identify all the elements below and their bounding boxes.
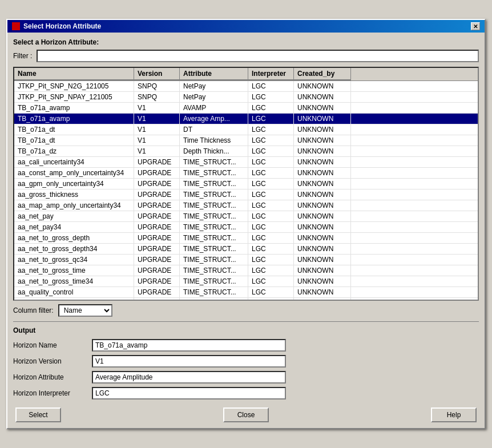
col-filter-select[interactable]: NameVersionAttributeInterpreterCreated_b… <box>58 304 112 317</box>
cell-interpreter: LGC <box>248 168 294 178</box>
cell-attribute: TIME_STRUCT... <box>180 244 248 254</box>
cell-version: UPGRADE <box>134 168 180 178</box>
cell-name: aa_scaling_only_uncertainty34 <box>14 298 134 301</box>
cell-attribute: TIME_STRUCT... <box>180 189 248 200</box>
table-row[interactable]: aa_scaling_only_uncertainty34 UPGRADE TI… <box>14 298 478 301</box>
cell-version: SNPQ <box>134 92 180 102</box>
output-field-input-2[interactable] <box>92 371 286 384</box>
table-row[interactable]: TB_o71a_dz V1 Depth Thickn... LGC UNKNOW… <box>14 146 478 157</box>
cell-attribute: TIME_STRUCT... <box>180 168 248 178</box>
cell-created: UNKNOWN <box>294 287 351 297</box>
table-scroll[interactable]: JTKP_Pit_SNP_N2G_121005 SNPQ NetPay LGC … <box>14 81 478 301</box>
cell-name: TB_o71a_avamp <box>14 103 134 113</box>
table-row[interactable]: aa_quality_control UPGRADE TIME_STRUCT..… <box>14 287 478 298</box>
table-row[interactable]: JTKP_Pit_SNP_N2G_121005 SNPQ NetPay LGC … <box>14 81 478 92</box>
cell-version: UPGRADE <box>134 211 180 221</box>
col-header-interpreter[interactable]: Interpreter <box>248 68 294 80</box>
cell-name: JTKP_Pit_SNP_N2G_121005 <box>14 81 134 91</box>
table-header: Name Version Attribute Interpreter Creat… <box>14 68 478 81</box>
cell-created: UNKNOWN <box>294 265 351 276</box>
cell-attribute: DT <box>180 124 248 135</box>
col-header-attribute[interactable]: Attribute <box>180 68 248 80</box>
cell-interpreter: LGC <box>248 179 294 189</box>
table-row[interactable]: aa_const_amp_only_uncertainty34 UPGRADE … <box>14 168 478 179</box>
col-header-name[interactable]: Name <box>14 68 134 80</box>
output-field-input-1[interactable] <box>92 355 286 368</box>
table-row[interactable]: aa_gross_thickness UPGRADE TIME_STRUCT..… <box>14 189 478 200</box>
cell-name: TB_o71a_dz <box>14 146 134 156</box>
table-row[interactable]: aa_net_to_gross_depth UPGRADE TIME_STRUC… <box>14 233 478 244</box>
cell-attribute: TIME_STRUCT... <box>180 179 248 189</box>
cell-created: UNKNOWN <box>294 244 351 254</box>
window-close-button[interactable]: ✕ <box>471 22 480 30</box>
cell-interpreter: LGC <box>248 81 294 91</box>
dialog-body: Select a Horizon Attribute: Filter : Nam… <box>7 33 485 428</box>
cell-created: UNKNOWN <box>294 189 351 200</box>
table-container: Name Version Attribute Interpreter Creat… <box>13 67 479 301</box>
output-field-input-0[interactable] <box>92 339 286 352</box>
cell-created: UNKNOWN <box>294 200 351 211</box>
separator <box>13 321 479 322</box>
cell-name: aa_net_to_gross_time34 <box>14 276 134 286</box>
cell-version: V1 <box>134 146 180 156</box>
cell-version: V1 <box>134 124 180 135</box>
table-row[interactable]: aa_net_to_gross_depth34 UPGRADE TIME_STR… <box>14 244 478 255</box>
cell-attribute: TIME_STRUCT... <box>180 265 248 276</box>
cell-interpreter: LGC <box>248 222 294 232</box>
select-button[interactable]: Select <box>15 407 61 422</box>
filter-label: Filter : <box>13 52 32 60</box>
cell-created: UNKNOWN <box>294 114 351 124</box>
output-field-row: Horizon Name <box>13 339 479 352</box>
cell-attribute: TIME_STRUCT... <box>180 222 248 232</box>
col-header-created[interactable]: Created_by <box>294 68 351 80</box>
cell-interpreter: LGC <box>248 265 294 276</box>
cell-created: UNKNOWN <box>294 222 351 232</box>
cell-name: aa_net_to_gross_time <box>14 265 134 276</box>
col-filter-label: Column filter: <box>13 306 54 314</box>
cell-attribute: TIME_STRUCT... <box>180 157 248 167</box>
table-row[interactable]: aa_net_to_gross_qc34 UPGRADE TIME_STRUCT… <box>14 255 478 265</box>
table-row[interactable]: aa_net_pay34 UPGRADE TIME_STRUCT... LGC … <box>14 222 478 233</box>
title-bar-left: Select Horizon Attribute <box>12 22 101 30</box>
cell-name: JTKP_Pit_SNP_NPAY_121005 <box>14 92 134 102</box>
cell-created: UNKNOWN <box>294 103 351 113</box>
cell-version: UPGRADE <box>134 298 180 301</box>
table-row[interactable]: aa_cali_uncertainty34 UPGRADE TIME_STRUC… <box>14 157 478 168</box>
output-field-label-1: Horizon Version <box>13 357 87 365</box>
table-row[interactable]: TB_o71a_dt V1 DT LGC UNKNOWN <box>14 124 478 135</box>
cell-attribute: Average Amp... <box>180 114 248 124</box>
cell-interpreter: LGC <box>248 135 294 146</box>
close-button[interactable]: Close <box>223 407 269 422</box>
cell-created: UNKNOWN <box>294 168 351 178</box>
cell-attribute: TIME_STRUCT... <box>180 287 248 297</box>
table-row[interactable]: TB_o71a_avamp V1 Average Amp... LGC UNKN… <box>14 114 478 124</box>
cell-interpreter: LGC <box>248 244 294 254</box>
table-row[interactable]: aa_net_to_gross_time34 UPGRADE TIME_STRU… <box>14 276 478 287</box>
help-button[interactable]: Help <box>431 407 477 422</box>
cell-created: UNKNOWN <box>294 157 351 167</box>
table-row[interactable]: aa_net_to_gross_time UPGRADE TIME_STRUCT… <box>14 265 478 276</box>
table-row[interactable]: aa_gpm_only_uncertainty34 UPGRADE TIME_S… <box>14 179 478 189</box>
table-row[interactable]: TB_o71a_avamp V1 AVAMP LGC UNKNOWN <box>14 103 478 114</box>
cell-name: aa_quality_control <box>14 287 134 297</box>
dialog-title: Select Horizon Attribute <box>23 22 101 30</box>
table-row[interactable]: TB_o71a_dt V1 Time Thickness LGC UNKNOWN <box>14 135 478 146</box>
cell-attribute: TIME_STRUCT... <box>180 233 248 243</box>
table-row[interactable]: aa_map_amp_only_uncertainty34 UPGRADE TI… <box>14 200 478 211</box>
table-row[interactable]: aa_net_pay UPGRADE TIME_STRUCT... LGC UN… <box>14 211 478 222</box>
output-field-input-3[interactable] <box>92 387 286 399</box>
cell-interpreter: LGC <box>248 276 294 286</box>
col-header-version[interactable]: Version <box>134 68 180 80</box>
table-row[interactable]: JTKP_Pit_SNP_NPAY_121005 SNPQ NetPay LGC… <box>14 92 478 103</box>
cell-version: UPGRADE <box>134 244 180 254</box>
output-field-label-2: Horizon Attribute <box>13 373 87 381</box>
dialog: Select Horizon Attribute ✕ Select a Hori… <box>6 19 486 429</box>
cell-version: UPGRADE <box>134 222 180 232</box>
cell-interpreter: LGC <box>248 92 294 102</box>
cell-created: UNKNOWN <box>294 255 351 265</box>
select-horizon-label: Select a Horizon Attribute: <box>13 38 479 46</box>
cell-version: UPGRADE <box>134 189 180 200</box>
cell-attribute: TIME_STRUCT... <box>180 200 248 211</box>
cell-attribute: TIME_STRUCT... <box>180 211 248 221</box>
filter-input[interactable] <box>37 50 479 62</box>
